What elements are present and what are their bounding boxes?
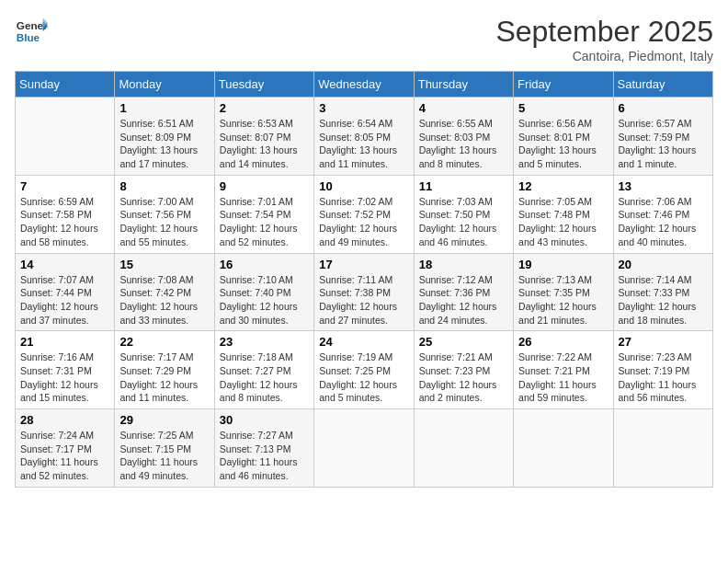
day-info: Sunrise: 7:25 AM Sunset: 7:15 PM Dayligh…	[119, 429, 209, 483]
day-number: 29	[119, 413, 209, 427]
weekday-header-cell: Monday	[115, 72, 214, 98]
calendar-week-row: 7Sunrise: 6:59 AM Sunset: 7:58 PM Daylig…	[16, 175, 713, 253]
day-info: Sunrise: 7:27 AM Sunset: 7:13 PM Dayligh…	[220, 429, 309, 483]
day-info: Sunrise: 7:22 AM Sunset: 7:21 PM Dayligh…	[518, 350, 608, 405]
day-number: 18	[419, 258, 508, 271]
calendar-cell: 27Sunrise: 7:23 AM Sunset: 7:19 PM Dayli…	[613, 331, 712, 409]
calendar-cell: 9Sunrise: 7:01 AM Sunset: 7:54 PM Daylig…	[214, 175, 313, 253]
day-number: 1	[119, 101, 209, 115]
logo: General Blue	[15, 15, 48, 48]
calendar-cell	[16, 98, 115, 176]
day-info: Sunrise: 7:03 AM Sunset: 7:50 PM Dayligh…	[419, 195, 508, 249]
day-info: Sunrise: 6:55 AM Sunset: 8:03 PM Dayligh…	[419, 117, 508, 171]
day-number: 3	[319, 101, 408, 115]
weekday-header-row: SundayMondayTuesdayWednesdayThursdayFrid…	[16, 72, 713, 98]
weekday-header-cell: Tuesday	[214, 72, 313, 98]
day-info: Sunrise: 6:54 AM Sunset: 8:05 PM Dayligh…	[319, 117, 408, 171]
day-info: Sunrise: 7:01 AM Sunset: 7:54 PM Dayligh…	[220, 195, 309, 249]
calendar-cell: 25Sunrise: 7:21 AM Sunset: 7:23 PM Dayli…	[414, 331, 513, 409]
day-info: Sunrise: 7:16 AM Sunset: 7:31 PM Dayligh…	[20, 350, 109, 405]
day-number: 14	[20, 258, 109, 271]
calendar-week-row: 28Sunrise: 7:24 AM Sunset: 7:17 PM Dayli…	[16, 409, 713, 488]
day-number: 13	[619, 179, 708, 193]
day-info: Sunrise: 7:11 AM Sunset: 7:38 PM Dayligh…	[319, 273, 408, 327]
calendar-cell: 7Sunrise: 6:59 AM Sunset: 7:58 PM Daylig…	[16, 175, 115, 253]
month-title: September 2025	[495, 15, 713, 49]
calendar-cell: 16Sunrise: 7:10 AM Sunset: 7:40 PM Dayli…	[214, 253, 313, 331]
calendar-cell: 17Sunrise: 7:11 AM Sunset: 7:38 PM Dayli…	[314, 253, 414, 331]
day-number: 12	[518, 179, 608, 193]
day-number: 11	[419, 179, 508, 193]
weekday-header-cell: Saturday	[613, 72, 712, 98]
day-number: 25	[419, 335, 508, 349]
calendar-cell: 12Sunrise: 7:05 AM Sunset: 7:48 PM Dayli…	[514, 175, 613, 253]
page-header: General Blue September 2025 Cantoira, Pi…	[15, 15, 713, 63]
svg-text:Blue: Blue	[17, 31, 40, 43]
day-number: 6	[619, 101, 708, 115]
day-info: Sunrise: 7:21 AM Sunset: 7:23 PM Dayligh…	[419, 350, 508, 405]
day-number: 7	[20, 179, 109, 193]
day-info: Sunrise: 7:17 AM Sunset: 7:29 PM Dayligh…	[119, 350, 209, 405]
day-number: 15	[119, 258, 209, 271]
day-number: 22	[119, 335, 209, 349]
day-info: Sunrise: 7:23 AM Sunset: 7:19 PM Dayligh…	[619, 350, 708, 405]
calendar-body: 1Sunrise: 6:51 AM Sunset: 8:09 PM Daylig…	[16, 98, 713, 488]
calendar-week-row: 1Sunrise: 6:51 AM Sunset: 8:09 PM Daylig…	[16, 98, 713, 176]
calendar-cell	[314, 409, 414, 488]
logo-icon: General Blue	[15, 15, 48, 48]
day-number: 26	[518, 335, 608, 349]
day-number: 4	[419, 101, 508, 115]
calendar-cell: 22Sunrise: 7:17 AM Sunset: 7:29 PM Dayli…	[115, 331, 214, 409]
calendar-cell: 23Sunrise: 7:18 AM Sunset: 7:27 PM Dayli…	[214, 331, 313, 409]
calendar-cell: 30Sunrise: 7:27 AM Sunset: 7:13 PM Dayli…	[214, 409, 313, 488]
calendar-cell: 4Sunrise: 6:55 AM Sunset: 8:03 PM Daylig…	[414, 98, 513, 176]
day-info: Sunrise: 7:02 AM Sunset: 7:52 PM Dayligh…	[319, 195, 408, 249]
day-number: 20	[619, 258, 708, 271]
weekday-header-cell: Thursday	[414, 72, 513, 98]
calendar-cell: 20Sunrise: 7:14 AM Sunset: 7:33 PM Dayli…	[613, 253, 712, 331]
day-info: Sunrise: 7:07 AM Sunset: 7:44 PM Dayligh…	[20, 273, 109, 327]
calendar-cell: 26Sunrise: 7:22 AM Sunset: 7:21 PM Dayli…	[514, 331, 613, 409]
calendar-cell: 11Sunrise: 7:03 AM Sunset: 7:50 PM Dayli…	[414, 175, 513, 253]
day-info: Sunrise: 7:19 AM Sunset: 7:25 PM Dayligh…	[319, 350, 408, 405]
calendar-cell: 1Sunrise: 6:51 AM Sunset: 8:09 PM Daylig…	[115, 98, 214, 176]
day-info: Sunrise: 6:53 AM Sunset: 8:07 PM Dayligh…	[220, 117, 309, 171]
day-number: 27	[619, 335, 708, 349]
day-number: 21	[20, 335, 109, 349]
calendar-cell: 19Sunrise: 7:13 AM Sunset: 7:35 PM Dayli…	[514, 253, 613, 331]
day-number: 28	[20, 413, 109, 427]
calendar-cell: 3Sunrise: 6:54 AM Sunset: 8:05 PM Daylig…	[314, 98, 414, 176]
weekday-header-cell: Friday	[514, 72, 613, 98]
calendar-cell: 21Sunrise: 7:16 AM Sunset: 7:31 PM Dayli…	[16, 331, 115, 409]
calendar-cell: 14Sunrise: 7:07 AM Sunset: 7:44 PM Dayli…	[16, 253, 115, 331]
day-number: 8	[119, 179, 209, 193]
day-info: Sunrise: 6:51 AM Sunset: 8:09 PM Dayligh…	[119, 117, 209, 171]
day-number: 9	[220, 179, 309, 193]
calendar-cell: 15Sunrise: 7:08 AM Sunset: 7:42 PM Dayli…	[115, 253, 214, 331]
calendar-table: SundayMondayTuesdayWednesdayThursdayFrid…	[15, 71, 713, 488]
calendar-cell	[514, 409, 613, 488]
day-info: Sunrise: 7:08 AM Sunset: 7:42 PM Dayligh…	[119, 273, 209, 327]
weekday-header-cell: Wednesday	[314, 72, 414, 98]
calendar-cell: 2Sunrise: 6:53 AM Sunset: 8:07 PM Daylig…	[214, 98, 313, 176]
day-info: Sunrise: 7:14 AM Sunset: 7:33 PM Dayligh…	[619, 273, 708, 327]
calendar-cell	[613, 409, 712, 488]
calendar-week-row: 21Sunrise: 7:16 AM Sunset: 7:31 PM Dayli…	[16, 331, 713, 409]
calendar-week-row: 14Sunrise: 7:07 AM Sunset: 7:44 PM Dayli…	[16, 253, 713, 331]
calendar-cell: 18Sunrise: 7:12 AM Sunset: 7:36 PM Dayli…	[414, 253, 513, 331]
day-number: 5	[518, 101, 608, 115]
calendar-cell: 5Sunrise: 6:56 AM Sunset: 8:01 PM Daylig…	[514, 98, 613, 176]
day-info: Sunrise: 7:06 AM Sunset: 7:46 PM Dayligh…	[619, 195, 708, 249]
day-info: Sunrise: 7:05 AM Sunset: 7:48 PM Dayligh…	[518, 195, 608, 249]
day-number: 10	[319, 179, 408, 193]
day-info: Sunrise: 7:12 AM Sunset: 7:36 PM Dayligh…	[419, 273, 508, 327]
day-number: 19	[518, 258, 608, 271]
day-info: Sunrise: 6:59 AM Sunset: 7:58 PM Dayligh…	[20, 195, 109, 249]
day-number: 23	[220, 335, 309, 349]
day-number: 2	[220, 101, 309, 115]
calendar-cell: 10Sunrise: 7:02 AM Sunset: 7:52 PM Dayli…	[314, 175, 414, 253]
calendar-cell: 8Sunrise: 7:00 AM Sunset: 7:56 PM Daylig…	[115, 175, 214, 253]
calendar-cell: 24Sunrise: 7:19 AM Sunset: 7:25 PM Dayli…	[314, 331, 414, 409]
calendar-cell: 13Sunrise: 7:06 AM Sunset: 7:46 PM Dayli…	[613, 175, 712, 253]
day-info: Sunrise: 7:18 AM Sunset: 7:27 PM Dayligh…	[220, 350, 309, 405]
